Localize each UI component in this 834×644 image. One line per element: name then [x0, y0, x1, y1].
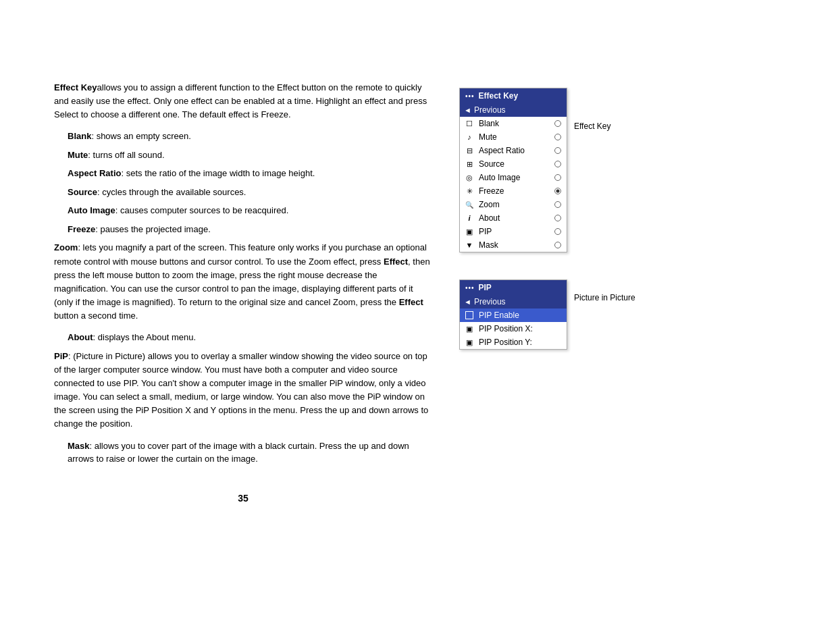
- about-item-label: About: [479, 213, 550, 223]
- zoom-term: Zoom: [54, 242, 78, 252]
- freeze-radio: [554, 188, 561, 194]
- mute-icon: ♪: [464, 132, 475, 142]
- mute-desc: : turns off all sound.: [88, 150, 164, 160]
- zoom-icon: 🔍: [464, 200, 475, 209]
- freeze-term: Freeze: [68, 224, 95, 234]
- effect-key-widget: ••• Effect Key ◄ Previous ☐ Blank ♪ Mute: [459, 88, 610, 252]
- aspect-icon: ⊟: [464, 146, 475, 155]
- autoimage-radio: [554, 174, 561, 181]
- pip-enable-icon: [464, 311, 475, 320]
- mask-desc: : allows you to cover part of the image …: [68, 441, 409, 464]
- effect-key-term: Effect Key: [54, 82, 97, 92]
- about-radio: [554, 215, 561, 221]
- effect-key-para: Effect Keyallows you to assign a differe…: [54, 81, 432, 122]
- source-item-label: Source: [479, 159, 550, 169]
- pip-menu-dots: •••: [465, 284, 475, 292]
- pip-position-x-label: PIP Position X:: [479, 324, 561, 333]
- mask-item-label: Mask: [479, 240, 550, 250]
- zoom-para: Zoom: lets you magnify a part of the scr…: [54, 241, 432, 323]
- blank-term: Blank: [68, 131, 91, 141]
- pip-menu-title: PIP: [479, 283, 492, 292]
- zoom-desc: : lets you magnify a part of the screen.…: [54, 242, 430, 321]
- mute-radio: [554, 134, 561, 140]
- freeze-icon: ✳: [464, 186, 475, 196]
- pip-position-x-item[interactable]: ▣ PIP Position X:: [460, 322, 567, 336]
- freeze-item-label: Freeze: [479, 186, 550, 196]
- source-para: Source: cycles through the available sou…: [68, 186, 432, 199]
- pip-term: PiP: [54, 351, 68, 361]
- effect-key-item-freeze[interactable]: ✳ Freeze: [460, 184, 567, 198]
- menu-dots: •••: [465, 92, 475, 100]
- blank-item-label: Blank: [479, 119, 550, 128]
- mask-term: Mask: [68, 441, 90, 451]
- autoimage-item-label: Auto Image: [479, 173, 550, 182]
- zoom-radio: [554, 201, 561, 208]
- effect-key-item-mask[interactable]: ▼ Mask: [460, 238, 567, 252]
- mute-term: Mute: [68, 150, 88, 160]
- effect-key-previous-label: Previous: [474, 105, 506, 115]
- pip-enable-checkbox: [465, 311, 473, 319]
- auto-desc: : causes computer sources to be reacquir…: [115, 205, 289, 215]
- about-para: About: displays the About menu.: [68, 331, 432, 344]
- auto-para: Auto Image: causes computer sources to b…: [68, 204, 432, 217]
- effect-key-item-pip[interactable]: ▣ PIP: [460, 225, 567, 238]
- pip-widget: ••• PIP ◄ Previous PIP Enable ▣: [459, 279, 635, 350]
- pip-para: PiP: (Picture in Picture) allows you to …: [54, 350, 432, 431]
- previous-arrow-icon: ◄: [464, 106, 471, 114]
- zoom-item-label: Zoom: [479, 200, 550, 209]
- effect-key-item-blank[interactable]: ☐ Blank: [460, 117, 567, 130]
- effect-key-menu: ••• Effect Key ◄ Previous ☐ Blank ♪ Mute: [459, 88, 567, 252]
- about-icon: i: [464, 213, 475, 223]
- pip-item-label: PIP: [479, 227, 550, 236]
- mute-para: Mute: turns off all sound.: [68, 149, 432, 162]
- source-desc: : cycles through the available sources.: [97, 187, 246, 197]
- aspect-radio: [554, 147, 561, 154]
- freeze-desc: : pauses the projected image.: [95, 224, 211, 234]
- blank-para: Blank: shows an empty screen.: [68, 130, 432, 143]
- effect-key-item-mute[interactable]: ♪ Mute: [460, 130, 567, 144]
- pip-previous-arrow-icon: ◄: [464, 298, 471, 306]
- pip-previous[interactable]: ◄ Previous: [460, 295, 567, 308]
- effect-key-item-aspect[interactable]: ⊟ Aspect Ratio: [460, 144, 567, 157]
- aspect-desc: : sets the ratio of the image width to i…: [121, 168, 315, 178]
- effect-key-menu-title: Effect Key: [479, 91, 519, 101]
- pip-menu-header: ••• PIP: [460, 280, 567, 295]
- effect-key-item-zoom[interactable]: 🔍 Zoom: [460, 198, 567, 211]
- right-column: ••• Effect Key ◄ Previous ☐ Blank ♪ Mute: [459, 81, 675, 504]
- pip-icon: ▣: [464, 227, 475, 236]
- effect-key-previous[interactable]: ◄ Previous: [460, 103, 567, 117]
- pip-position-y-item[interactable]: ▣ PIP Position Y:: [460, 336, 567, 349]
- pip-position-x-icon: ▣: [464, 324, 475, 333]
- effect-key-menu-header: ••• Effect Key: [460, 88, 567, 103]
- pip-position-y-icon: ▣: [464, 338, 475, 347]
- freeze-para: Freeze: pauses the projected image.: [68, 223, 432, 236]
- pip-enable-label: PIP Enable: [479, 311, 561, 320]
- page-number: 35: [54, 493, 432, 504]
- effect-key-side-label: Effect Key: [574, 88, 610, 131]
- blank-icon: ☐: [464, 119, 475, 128]
- aspect-term: Aspect Ratio: [68, 168, 121, 178]
- body-text-column: Effect Keyallows you to assign a differe…: [54, 81, 432, 504]
- mute-item-label: Mute: [479, 132, 550, 142]
- mask-icon: ▼: [464, 240, 475, 250]
- effect-key-item-source[interactable]: ⊞ Source: [460, 157, 567, 171]
- effect-key-item-autoimage[interactable]: ◎ Auto Image: [460, 171, 567, 184]
- about-desc: : displays the About menu.: [93, 332, 196, 342]
- pip-position-y-label: PIP Position Y:: [479, 338, 561, 347]
- about-term: About: [68, 332, 93, 342]
- pip-enable-item[interactable]: PIP Enable: [460, 308, 567, 322]
- pip-side-label: Picture in Picture: [574, 279, 635, 302]
- source-icon: ⊞: [464, 159, 475, 169]
- auto-term: Auto Image: [68, 205, 115, 215]
- pip-menu: ••• PIP ◄ Previous PIP Enable ▣: [459, 279, 567, 350]
- aspect-item-label: Aspect Ratio: [479, 146, 550, 155]
- mask-para: Mask: allows you to cover part of the im…: [68, 439, 432, 466]
- source-term: Source: [68, 187, 97, 197]
- source-radio: [554, 161, 561, 167]
- pip-radio: [554, 228, 561, 235]
- pip-previous-label: Previous: [474, 297, 506, 306]
- mask-radio: [554, 242, 561, 248]
- aspect-para: Aspect Ratio: sets the ratio of the imag…: [68, 167, 432, 180]
- effect-key-item-about[interactable]: i About: [460, 211, 567, 225]
- effect-key-para-text: allows you to assign a different functio…: [54, 82, 427, 119]
